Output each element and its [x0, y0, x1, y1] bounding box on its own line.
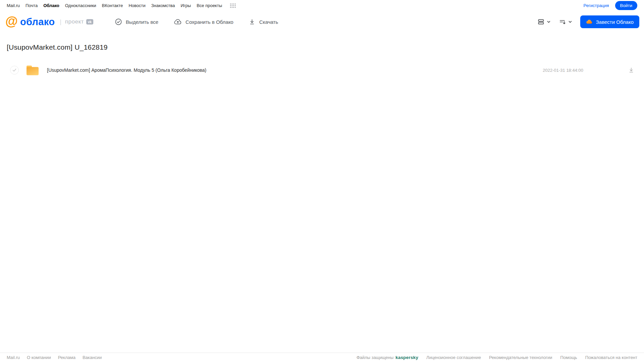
save-to-cloud-button[interactable]: Сохранить в Облако [174, 18, 234, 26]
mailru-at-icon: @ [5, 15, 18, 28]
cloud-logo[interactable]: @ облако | проект vk [5, 16, 93, 28]
logo-divider: | [60, 18, 61, 25]
footer-license-link[interactable]: Лицензионное соглашение [426, 355, 481, 360]
rows-view-icon [537, 18, 545, 25]
file-list: [UsupovMarket.com] АромаПсихология. Моду… [0, 62, 644, 78]
protected-label: Файлы защищены [356, 355, 393, 360]
cloud-logo-text: облако [20, 16, 55, 28]
check-circle-icon [115, 18, 122, 25]
footer-mailru-link[interactable]: Mail.ru [7, 355, 20, 360]
cloud-upload-icon [174, 18, 182, 26]
nav-igry[interactable]: Игры [181, 3, 191, 8]
get-cloud-label: Завести Облако [596, 19, 634, 25]
cloud-toolbar: @ облако | проект vk Выделить все [0, 11, 644, 33]
nav-novosti[interactable]: Новости [129, 3, 145, 8]
chevron-down-icon [547, 20, 551, 24]
portal-bar: Mail.ru Почта Облако Одноклассники ВКонт… [0, 0, 644, 11]
sort-icon [559, 18, 566, 25]
footer-report-content-link[interactable]: Пожаловаться на контент [585, 355, 637, 360]
view-mode-dropdown[interactable] [537, 18, 551, 25]
download-label: Скачать [259, 19, 278, 25]
footer-recommend-tech-link[interactable]: Рекомендательные технологии [489, 355, 552, 360]
vk-badge-icon: vk [86, 19, 93, 24]
footer-help-link[interactable]: Помощь [560, 355, 577, 360]
footer-jobs-link[interactable]: Вакансии [83, 355, 102, 360]
main-content: [UsupovMarket.com] U_162819 [0, 33, 644, 353]
nav-oblako[interactable]: Облако [43, 3, 59, 8]
folder-icon [26, 65, 39, 76]
sort-dropdown[interactable] [559, 18, 572, 25]
nav-pochta[interactable]: Почта [26, 3, 38, 8]
orange-cloud-icon [586, 18, 593, 25]
nav-all-projects[interactable]: Все проекты [197, 3, 222, 8]
footer-left-links: Mail.ru О компании Реклама Вакансии [7, 355, 102, 360]
footer-about-link[interactable]: О компании [27, 355, 51, 360]
row-download-icon[interactable] [628, 66, 635, 74]
download-button[interactable]: Скачать [249, 18, 278, 25]
kaspersky-logo[interactable]: kaspersky [396, 355, 418, 360]
nav-odnoklassniki[interactable]: Одноклассники [65, 3, 96, 8]
project-label: проект [65, 18, 84, 25]
nav-vkontakte[interactable]: ВКонтакте [102, 3, 123, 8]
footer-right-links: Файлы защищены kaspersky Лицензионное со… [356, 355, 637, 360]
nav-znakomstva[interactable]: Знакомства [151, 3, 175, 8]
file-row[interactable]: [UsupovMarket.com] АромаПсихология. Моду… [0, 62, 644, 78]
login-button[interactable]: Войти [615, 1, 637, 10]
file-date: 2022-01-31 18:44:00 [543, 68, 583, 73]
registration-link[interactable]: Регистрация [584, 3, 609, 8]
page-title: [UsupovMarket.com] U_162819 [7, 43, 644, 51]
get-cloud-button[interactable]: Завести Облако [580, 15, 639, 28]
chevron-down-icon [568, 20, 572, 24]
apps-grid-icon[interactable] [230, 3, 236, 8]
row-checkbox[interactable] [10, 66, 19, 74]
toolbar-actions: Выделить все Сохранить в Облако Скачат [115, 18, 278, 26]
footer-ads-link[interactable]: Реклама [58, 355, 76, 360]
portal-nav: Mail.ru Почта Облако Одноклассники ВКонт… [7, 3, 236, 8]
file-name[interactable]: [UsupovMarket.com] АромаПсихология. Моду… [47, 67, 543, 73]
toolbar-right-controls: Завести Облако [537, 15, 639, 28]
nav-mailru[interactable]: Mail.ru [7, 3, 20, 8]
kaspersky-protection: Файлы защищены kaspersky [356, 355, 418, 360]
footer: Mail.ru О компании Реклама Вакансии Файл… [0, 353, 644, 362]
select-all-label: Выделить все [126, 19, 158, 25]
save-to-cloud-label: Сохранить в Облако [186, 19, 234, 25]
download-icon [249, 18, 255, 25]
select-all-button[interactable]: Выделить все [115, 18, 158, 25]
